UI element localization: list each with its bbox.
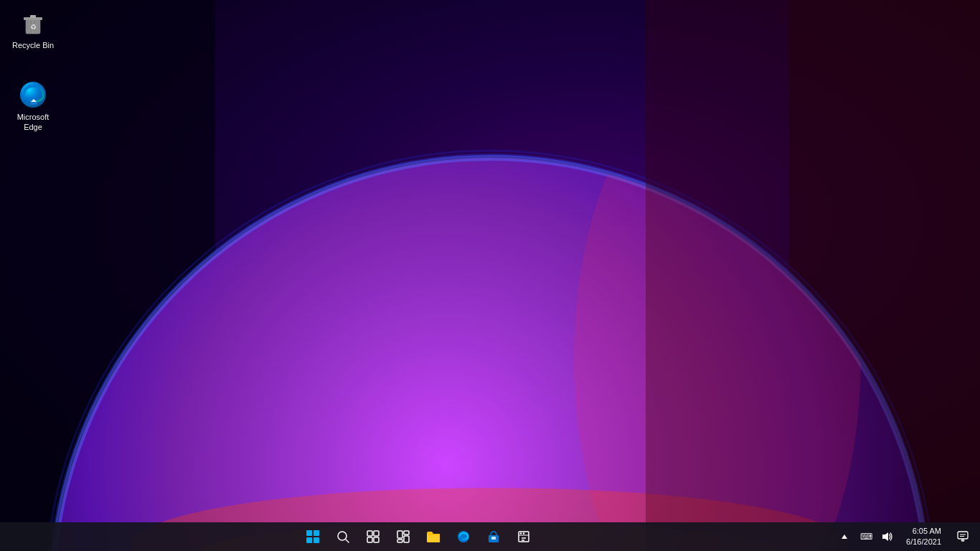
svg-rect-29 [397, 531, 402, 538]
search-icon [336, 530, 349, 543]
clock-date: 6/16/2021 [906, 537, 941, 547]
clock-time: 6:05 AM [913, 526, 941, 537]
notification-icon [957, 531, 969, 542]
svg-rect-15 [30, 15, 36, 18]
taskview-icon [367, 530, 380, 543]
svg-rect-35 [491, 537, 496, 540]
recycle-bin-image: ♻ [19, 9, 47, 37]
svg-point-23 [338, 532, 347, 540]
notification-button[interactable] [951, 524, 974, 550]
windows-logo [306, 530, 319, 543]
svg-rect-26 [374, 531, 379, 536]
store-button[interactable] [479, 524, 508, 550]
snip-button[interactable] [509, 524, 538, 550]
search-button[interactable] [329, 524, 357, 550]
svg-rect-32 [404, 536, 409, 542]
show-hidden-icons-button[interactable] [836, 524, 853, 550]
edge-taskbar-button[interactable] [449, 524, 478, 550]
microsoft-edge-icon[interactable]: Microsoft Edge [6, 77, 60, 136]
snip-icon [517, 530, 530, 543]
task-view-button[interactable] [359, 524, 387, 550]
keyboard-indicator: ⌨ [860, 532, 872, 542]
svg-marker-42 [842, 534, 847, 539]
svg-rect-31 [397, 540, 402, 542]
svg-rect-30 [404, 531, 409, 534]
recycle-bin-label: Recycle Bin [12, 40, 54, 50]
store-icon [487, 530, 500, 543]
svg-marker-43 [882, 532, 888, 541]
widgets-button[interactable] [389, 524, 418, 550]
edge-label: Microsoft Edge [9, 112, 57, 133]
svg-rect-25 [367, 531, 372, 536]
start-button[interactable] [298, 524, 327, 550]
chevron-up-icon [841, 533, 848, 540]
taskbar: ⌨ 6:05 AM 6/16/2021 [0, 522, 980, 551]
edge-taskbar-icon [457, 530, 470, 543]
desktop: ♻ Recycle Bin [0, 0, 980, 522]
file-explorer-button[interactable] [419, 524, 448, 550]
recycle-bin-icon[interactable]: ♻ Recycle Bin [6, 6, 60, 53]
volume-icon [882, 532, 893, 542]
taskbar-center [6, 524, 831, 550]
svg-point-38 [520, 532, 522, 534]
system-tray: ⌨ 6:05 AM 6/16/2021 [831, 524, 974, 550]
svg-point-39 [523, 532, 524, 534]
keyboard-icon[interactable]: ⌨ [857, 524, 875, 550]
svg-rect-44 [958, 532, 968, 539]
volume-button[interactable] [879, 524, 896, 550]
svg-rect-27 [367, 537, 372, 542]
widgets-icon [397, 530, 410, 543]
svg-line-24 [346, 540, 349, 542]
svg-rect-28 [374, 537, 379, 542]
folder-icon [426, 530, 440, 543]
clock[interactable]: 6:05 AM 6/16/2021 [900, 526, 947, 548]
edge-image [19, 80, 47, 109]
